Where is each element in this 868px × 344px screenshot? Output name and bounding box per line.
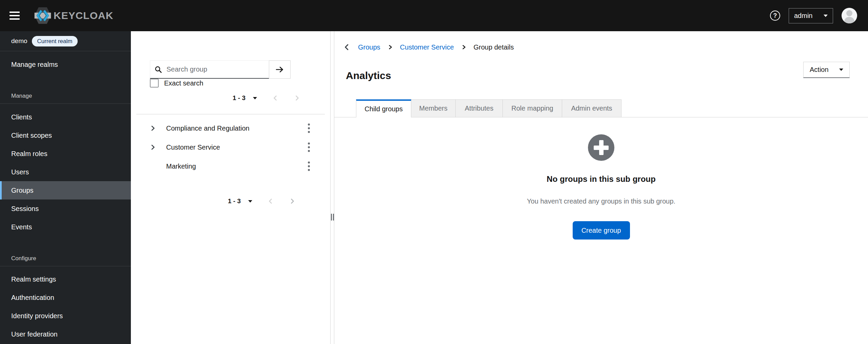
- sidebar-divider: [0, 51, 131, 51]
- group-name-link[interactable]: Marketing: [166, 163, 196, 170]
- sidebar: demo Current realm Manage realms Manage …: [0, 31, 131, 344]
- pagination-bottom: 1 - 3: [228, 194, 296, 208]
- sidebar-nav-configure: Realm settings Authentication Identity p…: [0, 270, 131, 343]
- sidebar-item-identity-providers[interactable]: Identity providers: [0, 307, 131, 325]
- action-dropdown[interactable]: Action: [803, 62, 850, 78]
- sidebar-item-authentication[interactable]: Authentication: [0, 288, 131, 307]
- panel-resize-divider[interactable]: [330, 31, 334, 344]
- kebab-menu-icon[interactable]: [304, 141, 314, 153]
- tab-attributes[interactable]: Attributes: [456, 99, 503, 117]
- drag-handle-icon: [331, 214, 334, 221]
- masthead-toolbar: ? admin: [770, 0, 857, 31]
- empty-state-title: No groups in this sub group: [334, 174, 868, 184]
- realm-name: demo: [11, 37, 27, 45]
- search-group-input[interactable]: [150, 60, 269, 79]
- empty-state: No groups in this sub group You haven't …: [334, 134, 868, 240]
- group-row-marketing: Marketing: [131, 157, 330, 176]
- chevron-right-icon[interactable]: [289, 198, 296, 205]
- sidebar-item-realm-settings[interactable]: Realm settings: [0, 270, 131, 288]
- group-row-customer-service: Customer Service: [131, 138, 330, 157]
- help-icon[interactable]: ?: [770, 11, 780, 21]
- list-divider: [136, 114, 325, 114]
- group-name-link[interactable]: Customer Service: [166, 144, 220, 151]
- empty-state-description: You haven't created any groups in this s…: [334, 197, 868, 205]
- group-search: [150, 60, 291, 79]
- main-content: Groups Customer Service Group details An…: [334, 31, 868, 344]
- realm-selector[interactable]: demo Current realm: [11, 35, 78, 47]
- keycloak-logo-icon: [34, 6, 52, 25]
- sidebar-divider: [0, 103, 131, 104]
- hamburger-menu-icon[interactable]: [9, 8, 24, 23]
- chevron-down-icon: [839, 69, 843, 71]
- chevron-right-icon[interactable]: [150, 142, 160, 152]
- chevron-right-icon[interactable]: [294, 95, 300, 101]
- breadcrumb-link-customer-service[interactable]: Customer Service: [400, 43, 454, 51]
- chevron-left-icon[interactable]: [267, 198, 274, 205]
- sidebar-item-events[interactable]: Events: [0, 218, 131, 236]
- user-menu-label: admin: [794, 12, 812, 20]
- tabs-filler: [622, 99, 868, 117]
- back-icon[interactable]: [343, 43, 351, 51]
- sidebar-item-manage-realms[interactable]: Manage realms: [0, 56, 131, 73]
- keycloak-logo[interactable]: KEYCLOAK: [34, 6, 113, 25]
- pagination-range: 1 - 3: [228, 197, 241, 205]
- sidebar-section-configure: Configure: [11, 254, 36, 263]
- breadcrumb: Groups Customer Service Group details: [343, 42, 514, 52]
- pagination-top: 1 - 3: [233, 91, 300, 105]
- breadcrumb-separator-icon: [388, 45, 393, 50]
- tab-role-mapping[interactable]: Role mapping: [503, 99, 562, 117]
- page-title: Analytics: [346, 70, 391, 81]
- group-detail-tabs: Child groups Members Attributes Role map…: [334, 99, 868, 117]
- breadcrumb-separator-icon: [461, 45, 466, 50]
- exact-search-label: Exact search: [164, 79, 203, 87]
- group-name-link[interactable]: Compliance and Regulation: [166, 125, 250, 132]
- current-realm-badge: Current realm: [32, 36, 78, 46]
- exact-search-checkbox[interactable]: [150, 79, 159, 88]
- sidebar-item-client-scopes[interactable]: Client scopes: [0, 126, 131, 145]
- kebab-menu-icon[interactable]: [304, 122, 314, 134]
- pagination-options-icon[interactable]: [248, 200, 252, 203]
- action-dropdown-label: Action: [810, 66, 829, 74]
- exact-search-control: Exact search: [150, 78, 203, 88]
- masthead: KEYCLOAK ? admin: [0, 0, 868, 31]
- chevron-right-icon[interactable]: [150, 123, 160, 133]
- tab-admin-events[interactable]: Admin events: [562, 99, 622, 117]
- sidebar-item-user-federation[interactable]: User federation: [0, 325, 131, 343]
- tab-child-groups[interactable]: Child groups: [356, 99, 411, 117]
- kebab-menu-icon[interactable]: [304, 160, 314, 172]
- pagination-range: 1 - 3: [233, 94, 245, 102]
- user-avatar-icon[interactable]: [842, 8, 857, 23]
- arrow-right-icon: [275, 66, 284, 73]
- sidebar-item-users[interactable]: Users: [0, 163, 131, 181]
- chevron-down-icon: [824, 15, 828, 17]
- expander-spacer: [150, 161, 160, 171]
- brand-wordmark: KEYCLOAK: [54, 10, 113, 21]
- keycloak-admin-console: KEYCLOAK ? admin demo Current realm Mana…: [0, 0, 868, 344]
- search-icon: [155, 66, 162, 73]
- tabs-spacer: [334, 99, 356, 117]
- breadcrumb-current: Group details: [474, 43, 514, 51]
- breadcrumb-link-groups[interactable]: Groups: [358, 43, 380, 51]
- sidebar-item-sessions[interactable]: Sessions: [0, 199, 131, 218]
- sidebar-section-manage: Manage: [11, 92, 32, 100]
- pagination-options-icon[interactable]: [253, 97, 257, 99]
- group-list: Compliance and Regulation Customer Servi…: [131, 119, 330, 176]
- create-group-button[interactable]: Create group: [573, 221, 630, 240]
- group-row-compliance-and-regulation: Compliance and Regulation: [131, 119, 330, 138]
- plus-circle-icon: [588, 134, 614, 161]
- group-tree-panel: Exact search 1 - 3 Compliance and Regula…: [131, 31, 330, 344]
- sidebar-divider: [0, 266, 131, 266]
- sidebar-item-realm-roles[interactable]: Realm roles: [0, 145, 131, 163]
- sidebar-item-groups[interactable]: Groups: [0, 181, 131, 199]
- search-submit-button[interactable]: [269, 60, 291, 79]
- sidebar-nav-manage: Clients Client scopes Realm roles Users …: [0, 108, 131, 236]
- user-menu-dropdown[interactable]: admin: [789, 8, 833, 23]
- chevron-left-icon[interactable]: [272, 95, 279, 101]
- sidebar-item-clients[interactable]: Clients: [0, 108, 131, 126]
- tab-members[interactable]: Members: [411, 99, 456, 117]
